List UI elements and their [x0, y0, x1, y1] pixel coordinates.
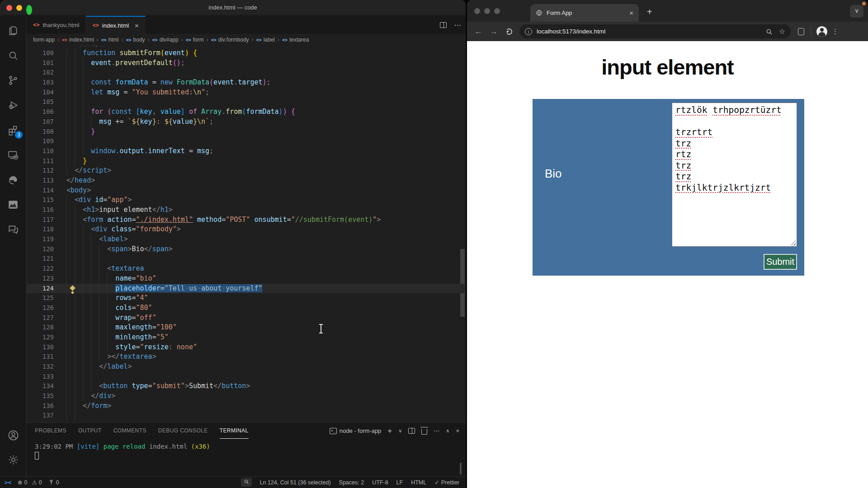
eol-sequence[interactable]: LF — [396, 479, 403, 486]
breadcrumb-item[interactable]: form-app — [33, 37, 55, 43]
terminal-scrollbar[interactable] — [460, 463, 462, 474]
camel-extension-icon[interactable] — [0, 193, 26, 216]
comments-icon[interactable] — [0, 218, 26, 241]
submit-button[interactable]: Submit — [764, 254, 797, 270]
code-line-118[interactable]: 118<div class="formbody"> — [27, 225, 466, 235]
tab-index.html[interactable]: <>index.html× — [86, 16, 145, 34]
code-line-109[interactable]: 109 — [27, 136, 466, 146]
panel-tab-problems[interactable]: PROBLEMS — [35, 423, 66, 439]
zoom-search-icon[interactable] — [765, 28, 773, 35]
code-line-137[interactable]: 137 — [27, 411, 466, 421]
code-line-111[interactable]: 111} — [27, 156, 466, 166]
zoom-window-button[interactable] — [494, 8, 500, 14]
code-line-110[interactable]: 110window.output.innerText = msg; — [27, 146, 466, 156]
code-line-106[interactable]: 106for (const [key, value] of Array.from… — [27, 107, 466, 117]
code-line-130[interactable]: 130style="resize: none" — [27, 343, 466, 352]
reload-icon[interactable] — [506, 28, 512, 35]
code-line-128[interactable]: 128maxlength="100" — [27, 323, 466, 333]
code-line-114[interactable]: 114<body> — [27, 186, 466, 196]
maximize-panel-icon[interactable]: ∧ — [446, 428, 449, 434]
code-line-134[interactable]: 134<button type="submit">Submit</button> — [27, 381, 466, 391]
forward-icon[interactable]: → — [490, 27, 498, 36]
back-icon[interactable]: ← — [474, 27, 482, 36]
code-line-105[interactable]: 105 — [27, 97, 466, 107]
tab-search-chevron-icon[interactable]: ∨ — [850, 5, 863, 18]
code-line-129[interactable]: 129minlength="5" — [27, 333, 466, 343]
code-line-119[interactable]: 119<label> — [27, 235, 466, 244]
code-line-125[interactable]: 125rows="4" — [27, 293, 466, 303]
search-icon[interactable] — [0, 44, 26, 67]
settings-gear-icon[interactable] — [0, 448, 26, 471]
code-line-108[interactable]: 108} — [27, 127, 466, 137]
textarea-resize-grip[interactable] — [791, 240, 796, 245]
explorer-icon[interactable] — [0, 19, 26, 42]
code-line-115[interactable]: 115<div id="app"> — [27, 195, 466, 205]
edge-browser-icon[interactable] — [0, 169, 26, 191]
source-control-icon[interactable] — [0, 69, 26, 92]
bio-textarea[interactable]: rtzlök trhpopzrtüzrt trzrtrttrzrtztrztrz… — [672, 103, 797, 247]
formatter-status[interactable]: ✓ Prettier — [434, 479, 459, 486]
code-line-103[interactable]: 103const formData = new FormData(event.t… — [27, 78, 466, 88]
code-line-121[interactable]: 121 — [27, 254, 466, 264]
code-line-107[interactable]: 107msg += `${key}: ${value}\n`; — [27, 117, 466, 127]
site-info-icon[interactable]: i — [525, 28, 532, 35]
code-line-132[interactable]: 132</label> — [27, 362, 466, 372]
breadcrumb-item[interactable]: <>div#app — [152, 37, 179, 43]
code-line-112[interactable]: 112</script> — [27, 166, 466, 176]
cursor-position[interactable]: Ln 124, Col 51 (36 selected) — [260, 479, 331, 486]
encoding[interactable]: UTF-8 — [372, 479, 388, 486]
language-mode[interactable]: HTML — [411, 479, 426, 486]
browser-tab[interactable]: Form App × — [530, 4, 639, 22]
more-actions-icon[interactable]: ⋯ — [454, 21, 461, 29]
indentation[interactable]: Spaces: 2 — [339, 479, 364, 486]
breadcrumb-item[interactable]: <>body — [126, 37, 145, 43]
run-debug-icon[interactable] — [0, 94, 26, 117]
url-text[interactable]: localhost:5173/index.html — [537, 28, 605, 35]
close-window-button[interactable] — [474, 8, 480, 14]
breadcrumb-item[interactable]: <>label — [256, 37, 275, 43]
remote-explorer-icon[interactable] — [0, 144, 26, 166]
breadcrumb-item[interactable]: <>form — [186, 37, 204, 43]
panel-tab-debug-console[interactable]: DEBUG CONSOLE — [158, 423, 208, 439]
remote-indicator-icon[interactable]: >< — [5, 479, 11, 486]
close-tab-icon[interactable]: × — [629, 9, 633, 17]
code-line-136[interactable]: 136</form> — [27, 401, 466, 411]
zoom-indicator-icon[interactable] — [241, 478, 252, 487]
account-icon[interactable] — [0, 424, 26, 446]
terminal-dropdown-icon[interactable]: ∨ — [398, 428, 402, 434]
code-line-124[interactable]: 124placeholder="Tell·us·about·yourself" — [27, 284, 466, 294]
breadcrumb-item[interactable]: <>div.formbody — [211, 37, 249, 43]
code-line-102[interactable]: 102 — [27, 68, 466, 78]
panel-tab-comments[interactable]: COMMENTS — [113, 423, 146, 439]
code-line-127[interactable]: 127wrap="off" — [27, 313, 466, 323]
breadcrumb-item[interactable]: <>index.html — [62, 37, 94, 43]
extensions-icon[interactable]: 3 — [0, 119, 26, 141]
browser-menu-icon[interactable]: ⋮ — [832, 28, 839, 36]
code-line-100[interactable]: 100function submitForm(event) { — [27, 48, 466, 58]
minimize-window-button[interactable] — [484, 8, 490, 14]
code-line-131[interactable]: 131></textarea> — [27, 352, 466, 362]
close-panel-icon[interactable]: × — [456, 427, 459, 434]
code-line-120[interactable]: 120<span>Bio</span> — [27, 244, 466, 254]
ports-status[interactable]: 0 — [48, 479, 59, 486]
code-line-104[interactable]: 104let msg = "You submitted:\n"; — [27, 88, 466, 98]
code-line-113[interactable]: 113</head> — [27, 176, 466, 186]
panel-tab-terminal[interactable]: TERMINAL — [220, 423, 249, 439]
split-terminal-icon[interactable] — [408, 428, 415, 434]
problems-status[interactable]: ⊗ 0 ⚠ 0 — [18, 479, 42, 486]
code-editor[interactable]: script 100function submitForm(event) {10… — [27, 46, 466, 438]
new-tab-icon[interactable]: + — [647, 7, 652, 17]
panel-tab-output[interactable]: OUTPUT — [78, 423, 102, 439]
profile-avatar[interactable] — [816, 26, 827, 37]
code-line-126[interactable]: 126cols="80" — [27, 303, 466, 313]
panel-more-icon[interactable]: ⋯ — [434, 427, 439, 434]
address-bar[interactable]: i localhost:5173/index.html ☆ — [519, 24, 791, 38]
browser-traffic-lights[interactable] — [474, 8, 500, 14]
split-editor-icon[interactable] — [440, 22, 447, 28]
bookmark-star-icon[interactable]: ☆ — [779, 27, 785, 36]
close-tab-icon[interactable]: × — [135, 22, 139, 29]
kill-terminal-icon[interactable] — [421, 429, 427, 435]
code-line-117[interactable]: 117<form action="./index.html" method="P… — [27, 215, 466, 225]
breadcrumb-item[interactable]: <>html — [101, 37, 119, 43]
code-line-135[interactable]: 135</div> — [27, 391, 466, 401]
